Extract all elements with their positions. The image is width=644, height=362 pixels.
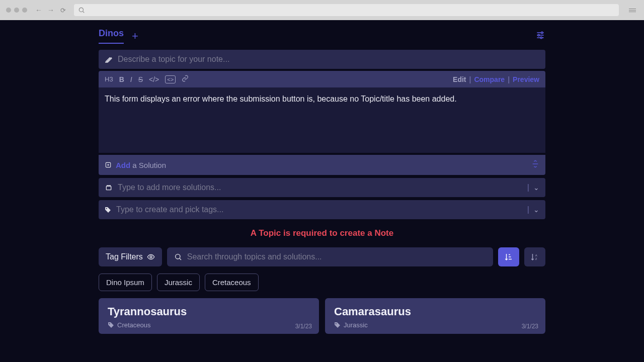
- tag-icon: [105, 207, 111, 213]
- svg-rect-12: [106, 186, 111, 190]
- search-input[interactable]: [187, 252, 486, 261]
- heading-button[interactable]: H3: [105, 75, 113, 83]
- forward-button[interactable]: →: [47, 6, 54, 14]
- error-message: A Topic is required to create a Note: [99, 219, 545, 245]
- search-icon: [174, 253, 182, 261]
- code-block-button[interactable]: <>: [165, 75, 176, 83]
- search-box: [167, 247, 493, 266]
- edit-mode[interactable]: Edit: [453, 75, 466, 83]
- browser-chrome: ← → ⟳: [0, 0, 644, 20]
- svg-line-1: [83, 12, 85, 13]
- traffic-lights: [6, 8, 27, 13]
- strike-button[interactable]: S: [138, 75, 143, 83]
- nav-arrows: ← →: [35, 6, 54, 14]
- chip-jurassic[interactable]: Jurassic: [157, 274, 200, 291]
- topic-input[interactable]: [118, 55, 539, 64]
- topic-row: [99, 50, 545, 69]
- chip-cretaceous[interactable]: Cretaceous: [205, 274, 259, 291]
- note-card[interactable]: Camarasaurus Jurassic 3/1/23: [325, 298, 545, 334]
- filter-chips: Dino Ipsum Jurassic Cretaceous: [99, 274, 545, 291]
- chevron-down-icon[interactable]: ⌄: [533, 184, 539, 192]
- sort-order-button[interactable]: [498, 247, 519, 266]
- editor-body[interactable]: This form displays an error where the su…: [99, 87, 545, 153]
- add-solution-button[interactable]: Add a Solution: [116, 161, 166, 169]
- cards-row: Tyrannosaurus Cretaceous 3/1/23 Camarasa…: [99, 298, 545, 334]
- stack-icon: [105, 184, 113, 192]
- tags-row: Type to create and pick tags... | ⌄: [99, 200, 545, 219]
- svg-point-7: [540, 37, 542, 38]
- search-row: Tag Filters AZ: [99, 247, 545, 266]
- tag-icon: [108, 322, 114, 328]
- plus-square-icon: [105, 161, 112, 168]
- format-toolbar: H3 B I S </> <> Edit | Compare | Preview: [99, 71, 545, 87]
- minimize-window[interactable]: [14, 8, 19, 13]
- more-solutions-input[interactable]: Type to add more solutions...: [118, 183, 522, 192]
- card-date: 3/1/23: [522, 323, 538, 330]
- maximize-window[interactable]: [22, 8, 27, 13]
- note-card[interactable]: Tyrannosaurus Cretaceous 3/1/23: [99, 298, 319, 334]
- svg-point-13: [150, 256, 152, 258]
- tab-dinos[interactable]: Dinos: [99, 28, 124, 44]
- url-bar[interactable]: [74, 4, 619, 16]
- svg-point-5: [538, 34, 539, 36]
- more-solutions-row: Type to add more solutions... | ⌄: [99, 178, 545, 197]
- card-title: Tyrannosaurus: [108, 305, 310, 318]
- pencil-icon: [105, 55, 113, 63]
- chip-dino-ipsum[interactable]: Dino Ipsum: [99, 274, 152, 291]
- tag-icon: [334, 322, 341, 328]
- card-tag: Jurassic: [344, 321, 368, 329]
- link-button[interactable]: [182, 75, 189, 83]
- close-window[interactable]: [6, 8, 11, 13]
- tags-input[interactable]: Type to create and pick tags...: [116, 205, 522, 214]
- settings-icon[interactable]: [535, 30, 545, 42]
- expand-icon[interactable]: [531, 160, 539, 170]
- svg-text:A: A: [535, 254, 537, 257]
- reload-button[interactable]: ⟳: [60, 7, 66, 14]
- compare-mode[interactable]: Compare: [474, 75, 505, 83]
- chevron-down-icon[interactable]: ⌄: [533, 206, 539, 214]
- svg-line-15: [180, 258, 181, 260]
- tag-filters-button[interactable]: Tag Filters: [99, 247, 162, 266]
- search-icon: [78, 7, 85, 14]
- card-tag: Cretaceous: [117, 321, 150, 329]
- tabs-row: Dinos +: [99, 20, 545, 44]
- bold-button[interactable]: B: [119, 75, 124, 83]
- menu-button[interactable]: [629, 8, 636, 13]
- add-solution-row: Add a Solution: [99, 155, 545, 175]
- preview-mode[interactable]: Preview: [513, 75, 539, 83]
- italic-button[interactable]: I: [130, 75, 132, 83]
- svg-point-0: [79, 8, 83, 12]
- svg-text:Z: Z: [535, 257, 537, 260]
- back-button[interactable]: ←: [35, 6, 42, 14]
- code-button[interactable]: </>: [149, 75, 159, 83]
- svg-point-14: [175, 254, 180, 259]
- card-title: Camarasaurus: [334, 305, 536, 318]
- card-date: 3/1/23: [295, 323, 312, 330]
- sort-alpha-button[interactable]: AZ: [524, 247, 545, 266]
- eye-icon: [147, 253, 155, 261]
- add-tab-button[interactable]: +: [132, 30, 138, 43]
- svg-point-3: [541, 32, 543, 33]
